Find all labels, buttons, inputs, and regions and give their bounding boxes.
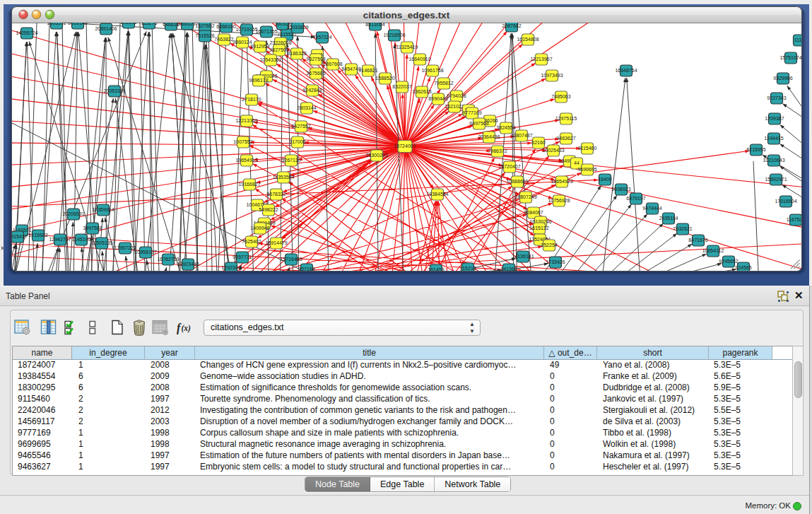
svg-text:19654913: 19654913 bbox=[235, 158, 257, 163]
svg-text:16671355: 16671355 bbox=[255, 29, 277, 34]
svg-text:924565: 924565 bbox=[735, 265, 751, 270]
svg-text:15720407: 15720407 bbox=[498, 164, 520, 169]
svg-text:8813054: 8813054 bbox=[365, 22, 384, 27]
svg-text:1209387: 1209387 bbox=[765, 116, 784, 121]
svg-text:9115460: 9115460 bbox=[578, 146, 597, 151]
svg-text:10025433: 10025433 bbox=[542, 148, 564, 153]
svg-text:17359914: 17359914 bbox=[92, 207, 114, 212]
svg-text:7632621: 7632621 bbox=[673, 226, 692, 231]
svg-text:2803144: 2803144 bbox=[297, 105, 316, 110]
svg-text:9227343: 9227343 bbox=[767, 95, 786, 100]
svg-text:3675685: 3675685 bbox=[306, 71, 325, 76]
svg-text:9657771: 9657771 bbox=[233, 255, 252, 259]
svg-text:5938923: 5938923 bbox=[611, 187, 630, 192]
svg-text:9860124: 9860124 bbox=[233, 40, 252, 45]
svg-text:2935114: 2935114 bbox=[659, 216, 678, 221]
svg-text:6466160: 6466160 bbox=[216, 24, 235, 29]
svg-text:9699695: 9699695 bbox=[577, 167, 596, 172]
svg-text:1007552: 1007552 bbox=[233, 139, 252, 144]
svg-text:20691406: 20691406 bbox=[95, 26, 117, 31]
svg-text:9474444: 9474444 bbox=[642, 206, 661, 211]
svg-text:3824554: 3824554 bbox=[496, 125, 515, 130]
svg-text:9896178: 9896178 bbox=[249, 78, 268, 83]
svg-text:5498222: 5498222 bbox=[259, 207, 278, 212]
svg-text:16409: 16409 bbox=[598, 177, 612, 182]
svg-text:8186328: 8186328 bbox=[287, 51, 306, 56]
svg-text:62160: 62160 bbox=[531, 140, 546, 145]
svg-text:1409946: 1409946 bbox=[250, 226, 269, 230]
svg-text:9084067: 9084067 bbox=[524, 210, 543, 215]
svg-text:1292344: 1292344 bbox=[221, 265, 240, 270]
svg-text:7357224: 7357224 bbox=[312, 35, 331, 40]
svg-text:2718170: 2718170 bbox=[242, 97, 261, 102]
svg-text:1215682: 1215682 bbox=[28, 233, 47, 238]
svg-text:11353594: 11353594 bbox=[273, 175, 295, 180]
svg-text:3267130: 3267130 bbox=[281, 158, 300, 163]
svg-text:18724007: 18724007 bbox=[394, 144, 416, 148]
svg-text:12975115: 12975115 bbox=[555, 116, 577, 121]
svg-text:11325419: 11325419 bbox=[396, 45, 418, 49]
svg-text:15692971: 15692971 bbox=[765, 177, 787, 182]
svg-text:10961758: 10961758 bbox=[421, 68, 443, 73]
svg-text:6794028: 6794028 bbox=[447, 93, 466, 98]
svg-text:citations_edges.txt: citations_edges.txt bbox=[363, 10, 450, 21]
svg-text:12923446: 12923446 bbox=[177, 262, 199, 267]
svg-text:16640910: 16640910 bbox=[408, 57, 430, 62]
svg-text:1615132: 1615132 bbox=[529, 226, 548, 230]
svg-text:10973493: 10973493 bbox=[541, 73, 563, 78]
svg-text:10688609: 10688609 bbox=[506, 179, 528, 184]
svg-text:8215955: 8215955 bbox=[746, 147, 765, 152]
svg-text:10719155: 10719155 bbox=[235, 27, 257, 32]
svg-text:12213967: 12213967 bbox=[530, 57, 552, 62]
svg-text:20053346: 20053346 bbox=[103, 88, 125, 93]
svg-text:16782759: 16782759 bbox=[157, 257, 179, 262]
svg-text:12213369: 12213369 bbox=[235, 118, 257, 123]
svg-text:19654923: 19654923 bbox=[551, 179, 572, 184]
svg-text:12505135: 12505135 bbox=[90, 240, 112, 245]
svg-text:25300203: 25300203 bbox=[365, 153, 387, 158]
svg-text:10543362: 10543362 bbox=[259, 57, 281, 62]
svg-text:10958107: 10958107 bbox=[134, 250, 156, 255]
svg-text:1362615: 1362615 bbox=[412, 89, 431, 94]
svg-text:12942737: 12942737 bbox=[49, 237, 71, 242]
svg-text:14055724: 14055724 bbox=[16, 30, 37, 35]
svg-text:7515526: 7515526 bbox=[195, 33, 214, 38]
svg-text:8322037: 8322037 bbox=[392, 84, 411, 89]
svg-text:17957223: 17957223 bbox=[114, 245, 136, 250]
svg-text:10756928: 10756928 bbox=[548, 198, 570, 203]
svg-text:1145190: 1145190 bbox=[72, 237, 91, 242]
svg-text:7625402: 7625402 bbox=[242, 239, 261, 244]
svg-text:15716485: 15716485 bbox=[280, 257, 302, 262]
svg-text:10210643: 10210643 bbox=[763, 158, 784, 163]
svg-text:16914479: 16914479 bbox=[265, 240, 287, 245]
svg-text:9827500: 9827500 bbox=[269, 47, 288, 52]
svg-text:20206531: 20206531 bbox=[62, 211, 84, 216]
svg-text:2087682: 2087682 bbox=[502, 23, 521, 28]
svg-text:19218506: 19218506 bbox=[383, 33, 405, 37]
svg-text:14136141: 14136141 bbox=[512, 254, 534, 259]
svg-text:18807249: 18807249 bbox=[514, 194, 536, 199]
svg-text:7955812: 7955812 bbox=[434, 81, 453, 86]
svg-text:9242848: 9242848 bbox=[302, 88, 322, 93]
svg-text:8678332: 8678332 bbox=[266, 192, 286, 197]
svg-text:9329966: 9329966 bbox=[773, 76, 792, 81]
svg-text:44: 44 bbox=[574, 160, 579, 165]
svg-text:8990448: 8990448 bbox=[428, 96, 447, 101]
svg-text:9777169: 9777169 bbox=[462, 110, 481, 115]
svg-text:16033809: 16033809 bbox=[286, 25, 308, 30]
svg-text:8471676: 8471676 bbox=[688, 238, 707, 243]
svg-text:20364436: 20364436 bbox=[478, 134, 500, 139]
svg-text:8427552: 8427552 bbox=[291, 124, 310, 129]
svg-text:(x): (x) bbox=[182, 324, 192, 333]
svg-text:915218: 915218 bbox=[459, 266, 476, 271]
svg-text:9463627: 9463627 bbox=[556, 136, 575, 141]
svg-text:19166827: 19166827 bbox=[238, 182, 260, 187]
svg-text:16154808: 16154808 bbox=[517, 37, 539, 42]
svg-text:917006: 917006 bbox=[289, 139, 305, 144]
svg-text:252254: 252254 bbox=[541, 243, 557, 247]
svg-text:7986372: 7986372 bbox=[488, 148, 507, 153]
svg-text:19384554: 19384554 bbox=[426, 192, 448, 197]
svg-text:7463822: 7463822 bbox=[214, 37, 233, 42]
svg-text:9245652: 9245652 bbox=[719, 259, 738, 264]
svg-text:6879197: 6879197 bbox=[626, 196, 645, 201]
